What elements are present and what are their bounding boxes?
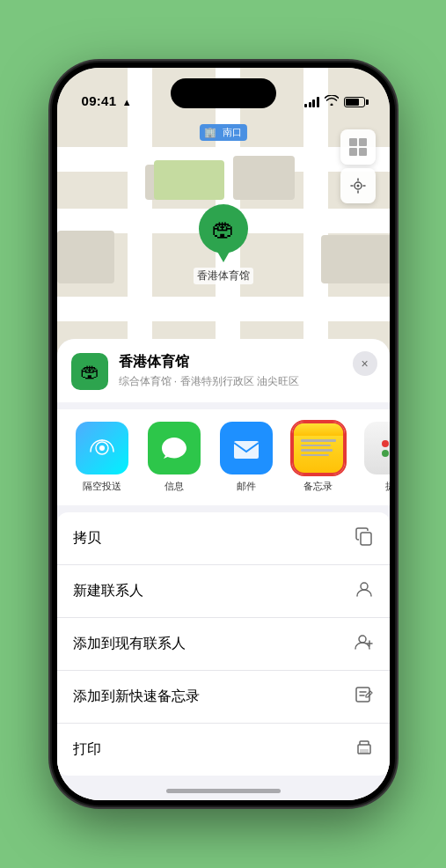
more-dot-row-1: [382, 440, 390, 447]
airdrop-icon: [76, 422, 128, 474]
svg-point-10: [359, 636, 366, 643]
map-block-4: [321, 235, 390, 283]
map-view-button[interactable]: [340, 129, 376, 165]
bottom-sheet: 🏟 香港体育馆 综合体育馆 · 香港特别行政区 油尖旺区 ×: [57, 339, 390, 800]
action-list: 拷贝 新建联系人: [57, 512, 390, 776]
mail-label: 邮件: [237, 480, 256, 493]
share-notes[interactable]: 备忘录: [288, 422, 349, 493]
add-existing-icon: [355, 632, 374, 656]
phone-screen: 09:41 ▲: [57, 68, 390, 800]
mail-icon: [220, 422, 273, 474]
dot-green: [382, 450, 389, 457]
action-copy[interactable]: 拷贝: [57, 512, 390, 565]
share-more[interactable]: 提: [360, 422, 390, 493]
action-print[interactable]: 打印: [57, 724, 390, 776]
share-mail[interactable]: 邮件: [216, 422, 277, 493]
place-subtitle: 综合体育馆 · 香港特别行政区 油尖旺区: [119, 374, 376, 389]
svg-rect-3: [359, 148, 367, 156]
more-dots: [382, 440, 390, 457]
svg-rect-13: [360, 749, 369, 754]
notes-label: 备忘录: [303, 480, 333, 493]
battery-icon: [344, 97, 365, 107]
svg-rect-1: [359, 138, 367, 146]
svg-rect-8: [361, 533, 371, 545]
action-new-contact-label: 新建联系人: [73, 582, 143, 600]
svg-rect-0: [349, 138, 357, 146]
map-block-3: [57, 231, 114, 283]
copy-icon: [355, 526, 374, 550]
signal-bars: [304, 97, 319, 107]
phone-frame: 09:41 ▲: [52, 63, 395, 805]
more-icon: [364, 422, 390, 474]
home-indicator: [166, 789, 281, 793]
action-add-note-label: 添加到新快速备忘录: [73, 688, 200, 706]
place-info: 香港体育馆 综合体育馆 · 香港特别行政区 油尖旺区: [119, 353, 376, 389]
signal-bar-1: [304, 104, 307, 107]
action-add-existing[interactable]: 添加到现有联系人: [57, 618, 390, 671]
print-icon: [355, 738, 374, 761]
location-badge-icon: 🏢: [204, 127, 216, 137]
action-print-label: 打印: [73, 740, 101, 759]
svg-point-6: [99, 445, 105, 451]
share-airdrop[interactable]: 隔空投送: [71, 422, 133, 493]
dynamic-island: [171, 78, 276, 108]
map-green-block: [154, 160, 224, 200]
quick-note-icon: [355, 685, 374, 709]
place-header: 🏟 香港体育馆 综合体育馆 · 香港特别行政区 油尖旺区 ×: [57, 339, 390, 402]
action-add-existing-label: 添加到现有联系人: [73, 635, 186, 653]
place-icon: 🏟: [71, 353, 108, 390]
action-add-note[interactable]: 添加到新快速备忘录: [57, 671, 390, 724]
location-badge-text: 南口: [223, 127, 242, 137]
messages-label: 信息: [165, 480, 184, 493]
map-block-2: [233, 156, 295, 200]
pin-label: 香港体育馆: [194, 268, 253, 284]
location-button[interactable]: [340, 168, 376, 203]
messages-icon: [148, 422, 201, 474]
action-copy-label: 拷贝: [73, 529, 101, 548]
svg-rect-2: [349, 148, 357, 156]
more-dot-row-2: [382, 450, 390, 457]
more-label: 提: [385, 480, 390, 493]
status-time: 09:41 ▲: [82, 93, 133, 108]
share-row: 隔空投送 信息: [57, 409, 390, 505]
status-icons: [304, 95, 365, 108]
new-contact-icon: [355, 579, 374, 603]
svg-rect-7: [234, 441, 259, 459]
location-badge: 🏢 南口: [199, 124, 246, 141]
signal-bar-3: [312, 99, 315, 107]
airdrop-label: 隔空投送: [83, 480, 121, 493]
time-display: 09:41: [82, 93, 117, 108]
action-new-contact[interactable]: 新建联系人: [57, 565, 390, 618]
place-name: 香港体育馆: [119, 353, 376, 371]
signal-bar-2: [309, 102, 311, 107]
notes-icon: [292, 422, 345, 474]
close-button[interactable]: ×: [353, 351, 377, 376]
location-arrow-icon: ▲: [122, 97, 132, 107]
share-messages[interactable]: 信息: [143, 422, 205, 493]
map-pin: 🏟 香港体育馆: [194, 204, 253, 284]
battery-fill: [346, 99, 359, 106]
svg-point-9: [361, 583, 368, 590]
wifi-icon: [325, 95, 339, 108]
map-controls: [340, 129, 376, 207]
dot-red: [382, 440, 389, 447]
svg-point-5: [356, 185, 359, 188]
signal-bar-4: [317, 97, 319, 107]
